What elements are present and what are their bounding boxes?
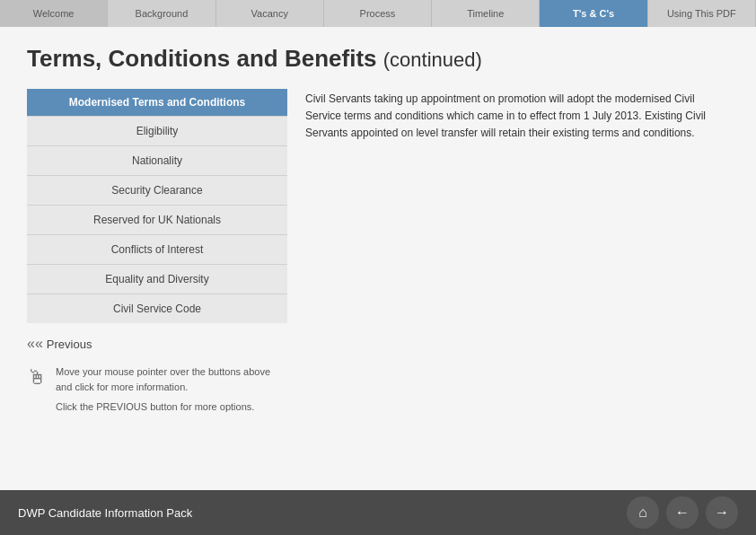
sidebar-header: Modernised Terms and Conditions [27, 89, 287, 116]
footer-next-button[interactable]: → [706, 496, 738, 529]
hint-section: 🖱 Move your mouse pointer over the butto… [27, 364, 287, 415]
sidebar-item-3[interactable]: Reserved for UK Nationals [27, 205, 287, 234]
home-button[interactable]: ⌂ [627, 496, 659, 529]
sidebar-item-0[interactable]: Eligibility [27, 116, 287, 145]
nav-item-timeline[interactable]: Timeline [432, 0, 540, 27]
body-text: Civil Servants taking up appointment on … [305, 89, 729, 415]
sidebar: Modernised Terms and Conditions Eligibil… [27, 89, 287, 415]
page-title: Terms, Conditions and Benefits (continue… [27, 45, 729, 73]
footer: DWP Candidate Information Pack ⌂ ← → [0, 490, 756, 535]
previous-arrow-icon: «« [27, 336, 43, 352]
page-title-suffix: (continued) [383, 48, 482, 71]
sidebar-items: EligibilityNationalitySecurity Clearance… [27, 116, 287, 323]
previous-label: Previous [47, 338, 92, 351]
footer-prev-button[interactable]: ← [666, 496, 699, 529]
nav-item-t's-&-c's[interactable]: T's & C's [540, 0, 647, 27]
sidebar-item-5[interactable]: Equality and Diversity [27, 264, 287, 294]
hint-line1: Move your mouse pointer over the buttons… [56, 364, 287, 394]
previous-section: «« Previous [27, 336, 287, 352]
sidebar-item-6[interactable]: Civil Service Code [27, 294, 287, 323]
content-wrapper: Modernised Terms and Conditions Eligibil… [27, 89, 729, 415]
footer-title: DWP Candidate Information Pack [18, 506, 192, 520]
main-content: Terms, Conditions and Benefits (continue… [0, 27, 756, 490]
page-title-text: Terms, Conditions and Benefits [27, 45, 377, 72]
nav-item-process[interactable]: Process [324, 0, 432, 27]
nav-item-using-this-pdf[interactable]: Using This PDF [648, 0, 756, 27]
mouse-icon: 🖱 [27, 366, 47, 390]
nav-item-welcome[interactable]: Welcome [0, 0, 108, 27]
hint-text: Move your mouse pointer over the buttons… [56, 364, 287, 415]
nav-item-vacancy[interactable]: Vacancy [216, 0, 324, 27]
hint-line2: Click the PREVIOUS button for more optio… [56, 399, 287, 415]
previous-button[interactable]: «« Previous [27, 336, 92, 352]
footer-icons: ⌂ ← → [627, 496, 738, 529]
sidebar-item-2[interactable]: Security Clearance [27, 175, 287, 205]
sidebar-item-1[interactable]: Nationality [27, 145, 287, 175]
sidebar-item-4[interactable]: Conflicts of Interest [27, 234, 287, 264]
top-nav: WelcomeBackgroundVacancyProcessTimelineT… [0, 0, 756, 27]
nav-item-background[interactable]: Background [108, 0, 215, 27]
